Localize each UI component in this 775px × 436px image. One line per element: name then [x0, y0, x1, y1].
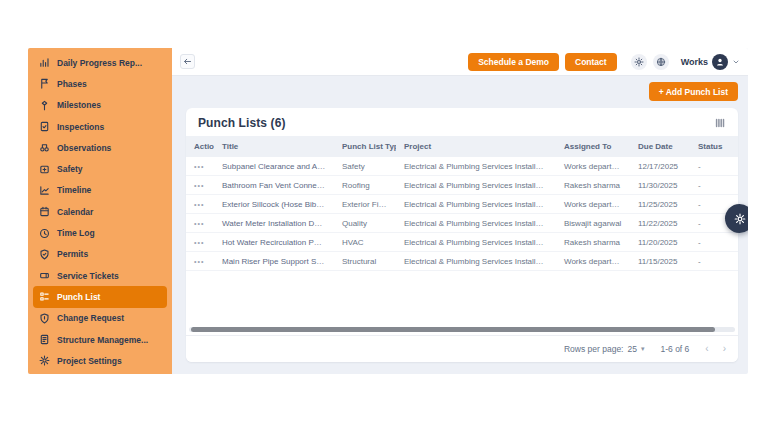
column-header-due-date[interactable]: Due Date	[630, 136, 690, 157]
pagination-bar: Rows per page: 25 ▾ 1-6 of 6 ‹ ›	[186, 335, 738, 362]
rows-per-page-select[interactable]: Rows per page: 25 ▾	[564, 344, 645, 354]
cell-title[interactable]: Subpanel Clearance and Access	[214, 157, 334, 176]
cell-punch-list-type: Quality	[334, 214, 396, 233]
row-actions-button[interactable]: •••	[186, 233, 214, 252]
milestone-icon	[39, 100, 50, 111]
gear-icon	[634, 57, 644, 67]
sidebar-item-label: Daily Progress Rep...	[57, 58, 142, 68]
column-header-status[interactable]: Status	[690, 136, 738, 157]
sidebar-item-label: Phases	[57, 79, 87, 89]
actions-row: + Add Punch List	[186, 82, 738, 101]
cell-project: Electrical & Plumbing Services Installat…	[396, 233, 556, 252]
floating-settings-button[interactable]	[725, 204, 748, 233]
cell-project: Electrical & Plumbing Services Installat…	[396, 214, 556, 233]
row-actions-button[interactable]: •••	[186, 214, 214, 233]
cell-due-date: 11/25/2025	[630, 195, 690, 214]
cell-status: -	[690, 157, 738, 176]
sidebar-item-project-settings[interactable]: Project Settings	[33, 350, 167, 371]
cell-assigned-to: Rakesh sharma	[556, 176, 630, 195]
column-header-assigned-to[interactable]: Assigned To	[556, 136, 630, 157]
add-punch-list-button[interactable]: + Add Punch List	[649, 82, 738, 101]
back-button[interactable]	[180, 54, 195, 69]
topbar: Schedule a Demo Contact Works	[172, 48, 748, 76]
sidebar-item-timeline[interactable]: Timeline	[33, 180, 167, 201]
sidebar-item-phases[interactable]: Phases	[33, 73, 167, 94]
sidebar-item-label: Structure Manageme...	[57, 335, 148, 345]
sidebar-item-label: Observations	[57, 143, 111, 153]
cell-due-date: 11/15/2025	[630, 252, 690, 271]
sidebar-item-safety[interactable]: Safety	[33, 158, 167, 179]
row-actions-button[interactable]: •••	[186, 195, 214, 214]
sidebar-item-change-request[interactable]: Change Request	[33, 308, 167, 329]
table-body: ••• Subpanel Clearance and Access Safety…	[186, 157, 738, 271]
next-page-button[interactable]: ›	[723, 344, 726, 354]
punch-list-table: ActionsTitlePunch List TypeProjectAssign…	[186, 136, 738, 271]
back-arrow-icon	[183, 57, 192, 66]
inspection-icon	[39, 121, 50, 132]
cell-title[interactable]: Exterior Sillcock (Hose Bib) Leak	[214, 195, 334, 214]
table-row: ••• Bathroom Fan Vent Connection Roofing…	[186, 176, 738, 195]
shield-check-icon	[39, 249, 50, 260]
shield-icon	[39, 313, 50, 324]
user-menu[interactable]: Works	[681, 54, 740, 70]
sidebar-item-daily-progress-rep[interactable]: Daily Progress Rep...	[33, 52, 167, 73]
table-row: ••• Subpanel Clearance and Access Safety…	[186, 157, 738, 176]
cell-title[interactable]: Bathroom Fan Vent Connection	[214, 176, 334, 195]
cell-title[interactable]: Main Riser Pipe Support Strapping	[214, 252, 334, 271]
sidebar-item-inspections[interactable]: Inspections	[33, 116, 167, 137]
sidebar-item-punch-list[interactable]: Punch List	[33, 286, 167, 307]
table-row: ••• Water Meter Installation Docume... Q…	[186, 214, 738, 233]
sidebar-item-label: Service Tickets	[57, 271, 119, 281]
horizontal-scrollbar	[189, 327, 735, 332]
cell-punch-list-type: Structural	[334, 252, 396, 271]
column-header-title[interactable]: Title	[214, 136, 334, 157]
cell-status: -	[690, 233, 738, 252]
sidebar-item-observations[interactable]: Observations	[33, 137, 167, 158]
row-actions-button[interactable]: •••	[186, 252, 214, 271]
sidebar-item-label: Permits	[57, 249, 88, 259]
cell-title[interactable]: Hot Water Recirculation Pump N...	[214, 233, 334, 252]
row-actions-button[interactable]: •••	[186, 176, 214, 195]
schedule-demo-button[interactable]: Schedule a Demo	[468, 53, 559, 71]
sidebar-item-label: Calendar	[57, 207, 93, 217]
sidebar-item-calendar[interactable]: Calendar	[33, 201, 167, 222]
app-window: Daily Progress Rep... Phases Milestones …	[28, 48, 748, 374]
sidebar: Daily Progress Rep... Phases Milestones …	[28, 48, 172, 374]
cell-assigned-to: Rakesh sharma	[556, 233, 630, 252]
binoculars-icon	[39, 142, 50, 153]
column-header-project[interactable]: Project	[396, 136, 556, 157]
row-actions-button[interactable]: •••	[186, 157, 214, 176]
table-row: ••• Exterior Sillcock (Hose Bib) Leak Ex…	[186, 195, 738, 214]
column-header-actions[interactable]: Actions	[186, 136, 214, 157]
cell-assigned-to: Works department	[556, 252, 630, 271]
sidebar-item-time-log[interactable]: Time Log	[33, 222, 167, 243]
gear-icon	[39, 355, 50, 366]
contact-button[interactable]: Contact	[565, 53, 617, 71]
columns-icon[interactable]	[714, 117, 726, 129]
previous-page-button[interactable]: ‹	[705, 344, 708, 354]
settings-button[interactable]	[631, 54, 647, 70]
safety-icon	[39, 164, 50, 175]
sidebar-item-structure-manageme[interactable]: Structure Manageme...	[33, 329, 167, 350]
user-name: Works	[681, 57, 708, 67]
sidebar-item-service-tickets[interactable]: Service Tickets	[33, 265, 167, 286]
language-button[interactable]	[653, 54, 669, 70]
sidebar-item-label: Inspections	[57, 122, 104, 132]
person-icon	[715, 57, 725, 67]
flag-icon	[39, 78, 50, 89]
globe-icon	[656, 57, 666, 67]
column-header-punch-list-type[interactable]: Punch List Type	[334, 136, 396, 157]
content-area: + Add Punch List Punch Lists (6) Actions…	[172, 76, 748, 374]
scrollbar-thumb[interactable]	[191, 327, 715, 332]
dropdown-arrow-icon: ▾	[641, 345, 645, 353]
sidebar-item-permits[interactable]: Permits	[33, 244, 167, 265]
cell-project: Electrical & Plumbing Services Installat…	[396, 157, 556, 176]
cell-punch-list-type: HVAC	[334, 233, 396, 252]
table-header-row: ActionsTitlePunch List TypeProjectAssign…	[186, 136, 738, 157]
sidebar-item-label: Project Settings	[57, 356, 122, 366]
cell-status: -	[690, 176, 738, 195]
calendar-icon	[39, 206, 50, 217]
sidebar-item-milestones[interactable]: Milestones	[33, 95, 167, 116]
cell-title[interactable]: Water Meter Installation Docume...	[214, 214, 334, 233]
document-icon	[39, 334, 50, 345]
